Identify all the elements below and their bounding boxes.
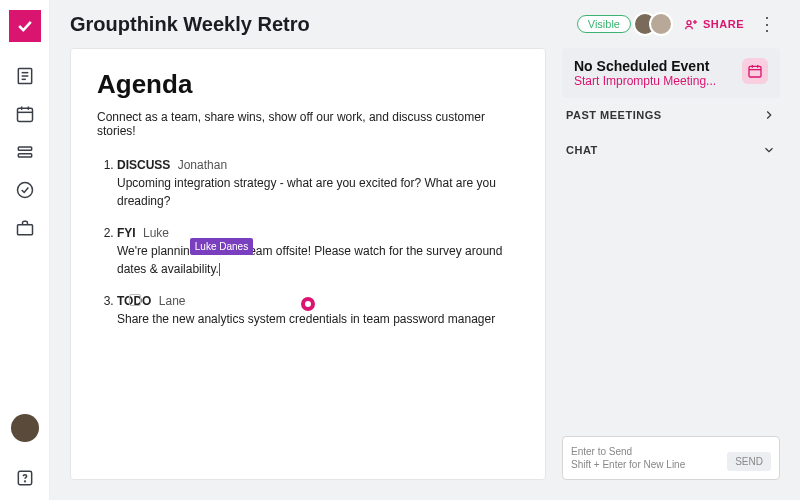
agenda-document[interactable]: Agenda Connect as a team, share wins, sh… (70, 48, 546, 480)
svg-point-10 (17, 183, 32, 198)
doc-heading: Agenda (97, 69, 519, 100)
item-body: Upcoming integration strategy - what are… (117, 174, 519, 210)
start-meeting-link[interactable]: Start Impromptu Meeting... (574, 74, 734, 88)
briefcase-icon[interactable] (15, 218, 35, 238)
svg-rect-11 (17, 225, 32, 235)
chat-input-box[interactable]: Enter to Send Shift + Enter for New Line… (562, 436, 780, 480)
avatar (649, 12, 673, 36)
item-author: Jonathan (178, 158, 227, 172)
presence-avatars[interactable] (641, 12, 673, 36)
share-button[interactable]: SHARE (683, 16, 744, 32)
svg-point-13 (24, 481, 25, 482)
list-icon[interactable] (15, 142, 35, 162)
item-author: Luke (143, 226, 169, 240)
calendar-badge-icon[interactable] (742, 58, 768, 84)
svg-rect-8 (18, 147, 31, 150)
check-circle-icon[interactable] (15, 180, 35, 200)
app-logo[interactable] (9, 10, 41, 42)
event-card: No Scheduled Event Start Impromptu Meeti… (562, 48, 780, 98)
main-area: Groupthink Weekly Retro Visible SHARE ⋮ … (50, 0, 800, 500)
agenda-item[interactable]: TODO Lane Share the new analytics system… (117, 292, 519, 328)
user-avatar[interactable] (11, 414, 39, 442)
item-body: We're planninLuke Danesg the next team o… (117, 242, 519, 278)
share-label: SHARE (703, 18, 744, 30)
event-title: No Scheduled Event (574, 58, 734, 74)
help-icon[interactable] (15, 468, 35, 488)
calendar-icon[interactable] (15, 104, 35, 124)
svg-rect-9 (18, 154, 31, 157)
page-header: Groupthink Weekly Retro Visible SHARE ⋮ (50, 0, 800, 48)
app-sidebar (0, 0, 50, 500)
agenda-item[interactable]: FYI Luke We're planninLuke Danesg the ne… (117, 224, 519, 278)
svg-rect-4 (17, 108, 32, 121)
chat-section[interactable]: CHAT (562, 133, 780, 168)
item-body: Share the new analytics system credentia… (117, 310, 519, 328)
doc-intro: Connect as a team, share wins, show off … (97, 110, 519, 138)
section-label: PAST MEETINGS (566, 109, 662, 121)
text-caret (219, 263, 220, 276)
page-title: Groupthink Weekly Retro (70, 13, 567, 36)
todo-checkbox[interactable] (129, 294, 141, 306)
right-rail: No Scheduled Event Start Impromptu Meeti… (562, 48, 780, 480)
past-meetings-section[interactable]: PAST MEETINGS (562, 98, 780, 133)
visibility-badge[interactable]: Visible (577, 15, 631, 33)
svg-rect-17 (749, 66, 761, 77)
svg-point-14 (687, 21, 691, 25)
agenda-item[interactable]: DISCUSS Jonathan Upcoming integration st… (117, 156, 519, 210)
cursor-indicator-icon (301, 297, 315, 311)
chat-placeholder: Enter to Send Shift + Enter for New Line (571, 445, 721, 471)
send-button[interactable]: SEND (727, 452, 771, 471)
chevron-right-icon (762, 108, 776, 122)
item-tag: DISCUSS (117, 158, 170, 172)
item-tag: FYI (117, 226, 136, 240)
more-menu-icon[interactable]: ⋮ (754, 13, 780, 35)
item-author: Lane (159, 294, 186, 308)
section-label: CHAT (566, 144, 598, 156)
notes-icon[interactable] (15, 66, 35, 86)
chevron-down-icon (762, 143, 776, 157)
